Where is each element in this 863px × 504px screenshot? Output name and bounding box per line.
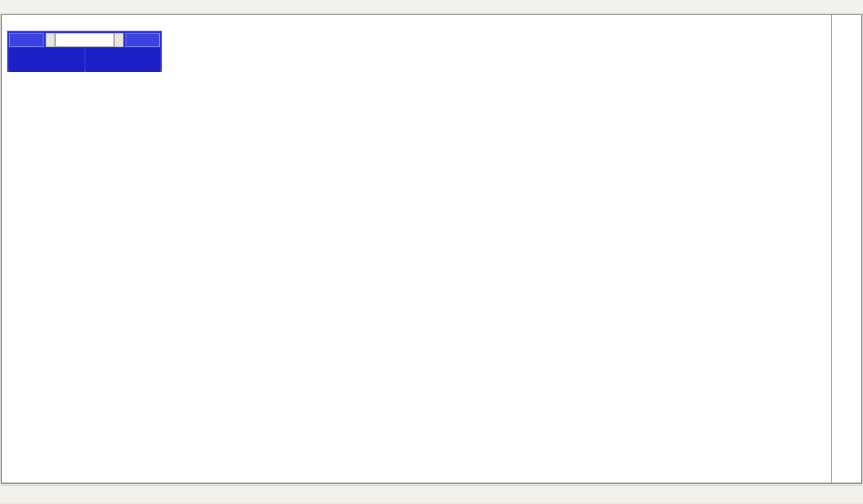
application-window (0, 0, 863, 504)
sell-button[interactable] (9, 33, 44, 47)
volume-decrease-button[interactable] (46, 33, 55, 47)
timeframe-toolbar (0, 0, 863, 14)
buy-price-display[interactable] (86, 48, 161, 72)
chart-canvas[interactable] (6, 16, 831, 481)
sell-price-display[interactable] (9, 48, 84, 72)
volume-input[interactable] (55, 33, 114, 47)
chart-title (13, 19, 19, 29)
one-click-trade-panel (7, 31, 162, 72)
chart-tab-bar (0, 485, 863, 503)
volume-increase-button[interactable] (114, 33, 123, 47)
buy-button[interactable] (126, 33, 160, 47)
price-axis-separator (831, 14, 832, 483)
